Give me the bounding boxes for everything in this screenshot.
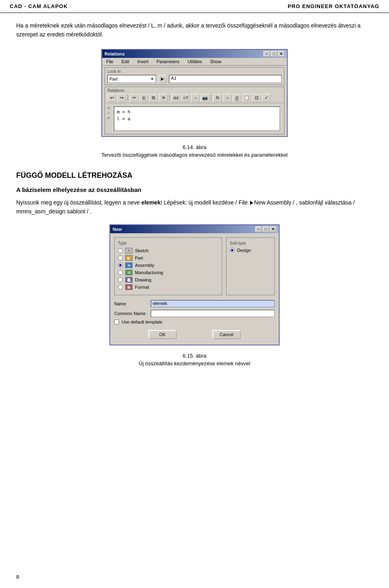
- header-right: PRO ENGINEER OKTATÓANYAG: [288, 3, 379, 9]
- relation-line-2: l = a: [117, 115, 277, 123]
- fx-button[interactable]: fx: [213, 94, 222, 102]
- new-dialog-body: Type ✎ Sketch ◧ Part: [110, 233, 279, 345]
- type-panel-label: Type: [118, 241, 218, 245]
- ok-button[interactable]: OK: [148, 330, 177, 339]
- redo-button[interactable]: ↪: [117, 94, 126, 102]
- title-bar-buttons: − □ ✕: [263, 51, 284, 57]
- design-radio[interactable]: [230, 248, 235, 253]
- undo-button[interactable]: ↩: [107, 94, 116, 102]
- relations-dialog-title: Relations: [105, 51, 125, 56]
- dialog-buttons: OK Cancel: [114, 328, 275, 341]
- relation-line-1: m = h: [117, 109, 277, 116]
- assembly-icon: ⊞: [125, 262, 133, 268]
- subtype-design[interactable]: Design: [230, 248, 271, 253]
- clipboard-button[interactable]: 📋: [242, 94, 251, 102]
- format-icon: ▦: [125, 284, 133, 290]
- common-name-label: Common Name: [114, 311, 151, 316]
- assembly-radio[interactable]: [118, 263, 123, 268]
- minimize-button[interactable]: −: [263, 51, 270, 57]
- type-sketch[interactable]: ✎ Sketch: [118, 248, 218, 254]
- drawing-radio[interactable]: [118, 277, 123, 282]
- grid-button[interactable]: ⊡: [252, 94, 261, 102]
- use-default-template-row: Use default template: [114, 320, 275, 324]
- type-format[interactable]: ▦ Format: [118, 284, 218, 290]
- cut-button[interactable]: ✂: [130, 94, 139, 102]
- figure-14-number: 6.14.: [183, 144, 194, 150]
- new-dialog: New − □ ✕ Type ✎ Sketch: [109, 224, 280, 345]
- body-text-bold: elemek: [141, 199, 160, 206]
- new-minimize-button[interactable]: −: [255, 226, 262, 232]
- main-content: Ha a méreteknek ezek után másodlagos eln…: [0, 21, 389, 396]
- toolbar-separator-1: [128, 95, 128, 101]
- menu-parameters[interactable]: Parameters: [155, 59, 181, 64]
- paste-button[interactable]: ⧉: [149, 94, 158, 102]
- type-assembly[interactable]: ⊞ Assembly: [118, 262, 218, 268]
- toolbar-separator-3: [211, 95, 212, 101]
- relations-inner-section: Relations ↩ ↪ ✂ ⎘ ⧉ ✕ d/d =? → 📷 fx: [105, 87, 284, 134]
- use-default-template-checkbox[interactable]: [114, 320, 119, 324]
- figure-15-number: 6.15.: [183, 353, 194, 359]
- menu-insert[interactable]: Insert: [136, 59, 150, 64]
- maximize-button[interactable]: □: [271, 51, 277, 57]
- camera-button[interactable]: 📷: [201, 94, 209, 102]
- row-label-plus: +: [107, 106, 110, 111]
- body-paragraph: Nyissunk meg egy új összeállítást, legye…: [16, 198, 373, 216]
- figure-15-caption: 6.15. ábra Új összeállítás kezdeményezés…: [16, 352, 373, 368]
- new-maximize-button[interactable]: □: [263, 226, 269, 232]
- manufacturing-radio[interactable]: [118, 270, 123, 275]
- insert-relation-button[interactable]: d/d: [171, 94, 180, 102]
- relations-title-bar: Relations − □ ✕: [102, 50, 287, 58]
- new-close-button[interactable]: ✕: [270, 226, 276, 232]
- type-panel: Type ✎ Sketch ◧ Part: [114, 237, 222, 295]
- common-name-input[interactable]: [151, 310, 275, 317]
- relations-content[interactable]: m = h l = a: [114, 107, 280, 131]
- look-in-icon-button[interactable]: ▶: [158, 75, 167, 83]
- type-drawing[interactable]: 📄 Drawing: [118, 277, 218, 283]
- look-in-text-field[interactable]: A1: [169, 75, 282, 83]
- part-icon: ◧: [125, 255, 133, 261]
- figure-14-text: Tervezői összefüggések másodlagos elneve…: [101, 152, 288, 158]
- sub-heading: A báziselem elhelyezése az összeállításb…: [16, 186, 373, 193]
- arrow-button[interactable]: →: [191, 94, 200, 102]
- look-in-dropdown[interactable]: Part ▼: [107, 75, 156, 83]
- menu-show[interactable]: Show: [209, 59, 223, 64]
- close-button[interactable]: ✕: [278, 51, 284, 57]
- look-in-row: Part ▼ ▶ A1: [107, 75, 282, 83]
- menu-edit[interactable]: Edit: [120, 59, 131, 64]
- relations-menu-bar: File Edit Insert Parameters Utilities Sh…: [102, 58, 287, 66]
- figure-14-caption: 6.14. ábra Tervezői összefüggések másodl…: [16, 143, 373, 159]
- figure-15-text: Új összeállítás kezdeményezése elemek né…: [139, 360, 250, 366]
- page-number: 8: [16, 574, 19, 580]
- braces-button[interactable]: {}: [233, 94, 242, 102]
- menu-file[interactable]: File: [105, 59, 115, 64]
- type-part[interactable]: ◧ Part: [118, 255, 218, 261]
- cancel-button[interactable]: Cancel: [212, 330, 241, 339]
- row-labels: + − ×: [107, 105, 110, 120]
- subtype-panel-label: Sub-type: [230, 241, 271, 245]
- new-title-bar-buttons: − □ ✕: [255, 226, 276, 232]
- format-radio[interactable]: [118, 285, 123, 290]
- dropdown-arrow-icon: ▼: [150, 77, 154, 81]
- check-button[interactable]: ✓: [262, 94, 271, 102]
- design-label: Design: [237, 248, 251, 253]
- manufacturing-label: Manufacturing: [135, 270, 163, 275]
- manufacturing-icon: ⚙: [125, 270, 133, 275]
- new-panels: Type ✎ Sketch ◧ Part: [114, 237, 275, 295]
- tilde-button[interactable]: ~: [223, 94, 232, 102]
- new-dialog-title: New: [113, 227, 122, 232]
- relations-section-label: Relations: [106, 88, 283, 93]
- part-radio[interactable]: [118, 256, 123, 260]
- row-label-minus: −: [107, 111, 110, 115]
- sketch-radio[interactable]: [118, 248, 123, 253]
- toolbar-separator-2: [169, 95, 170, 101]
- delete-button[interactable]: ✕: [159, 94, 168, 102]
- arrow-right-icon: [250, 201, 253, 205]
- type-manufacturing[interactable]: ⚙ Manufacturing: [118, 270, 218, 275]
- name-input[interactable]: elemek: [151, 300, 275, 307]
- equals-button[interactable]: =?: [181, 94, 190, 102]
- copy-button[interactable]: ⎘: [139, 94, 148, 102]
- menu-utilities[interactable]: Utilities: [186, 59, 203, 64]
- common-name-row: Common Name: [114, 310, 275, 317]
- relations-toolbar: ↩ ↪ ✂ ⎘ ⧉ ✕ d/d =? → 📷 fx ~ {} 📋: [106, 93, 283, 103]
- look-in-label: Look In: [107, 69, 282, 74]
